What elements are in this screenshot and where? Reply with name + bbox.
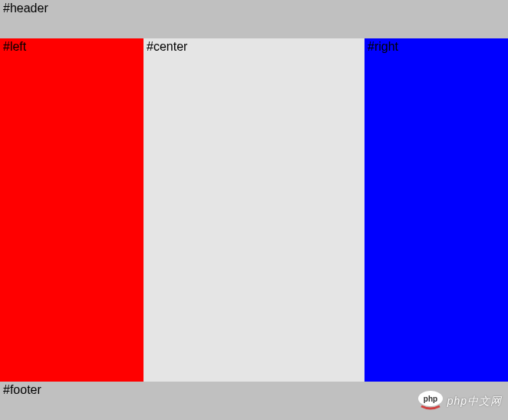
php-logo-icon: php [417, 388, 444, 415]
header-region: #header [0, 0, 508, 38]
watermark: php php中文网 [417, 388, 502, 415]
main-region: #left #center #right [0, 38, 508, 382]
left-label: #left [3, 40, 26, 53]
right-label: #right [368, 40, 398, 53]
svg-text:php: php [423, 395, 437, 403]
center-label: #center [147, 40, 187, 53]
watermark-text: php中文网 [447, 395, 502, 408]
footer-label: #footer [3, 383, 41, 396]
center-column: #center [143, 38, 365, 382]
header-label: #header [3, 2, 48, 15]
right-column: #right [365, 38, 508, 382]
left-column: #left [0, 38, 143, 382]
